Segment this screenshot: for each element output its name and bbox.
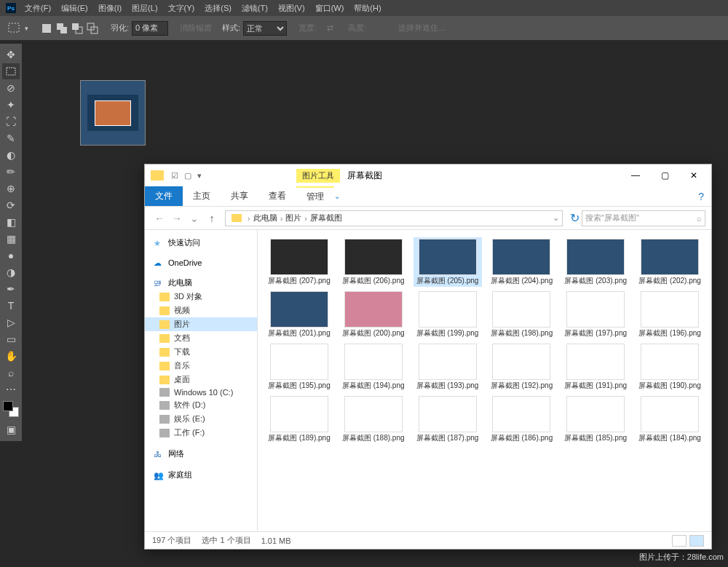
qat-folder-icon[interactable]: ▢ xyxy=(184,171,191,181)
refresh-icon[interactable]: ↻ xyxy=(567,211,582,225)
document-thumbnail[interactable] xyxy=(80,80,146,146)
file-item[interactable]: 屏幕截图 (189).png xyxy=(265,394,333,444)
color-swatch[interactable] xyxy=(3,401,19,417)
tab-home[interactable]: 主页 xyxy=(183,186,221,206)
menu-file[interactable]: 文件(F) xyxy=(25,3,51,14)
ribbon-expand-icon[interactable]: ⌄ xyxy=(334,192,340,200)
address-bar[interactable]: › 此电脑 › 图片 › 屏幕截图 ⌄ xyxy=(225,210,563,226)
file-item[interactable]: 屏幕截图 (190).png xyxy=(636,342,704,392)
subtract-selection-icon[interactable] xyxy=(71,22,84,35)
new-selection-icon[interactable] xyxy=(40,22,53,35)
sidebar-drive-e[interactable]: 娱乐 (E:) xyxy=(145,412,257,426)
file-item[interactable]: 屏幕截图 (194).png xyxy=(339,342,408,392)
tab-share[interactable]: 共享 xyxy=(221,186,258,206)
sidebar-drive-c[interactable]: Windows 10 (C:) xyxy=(145,386,257,398)
sidebar-downloads[interactable]: 下载 xyxy=(145,345,257,359)
menu-image[interactable]: 图像(I) xyxy=(98,3,122,14)
eyedropper-tool[interactable]: ✎ xyxy=(2,130,20,146)
tab-view[interactable]: 查看 xyxy=(258,186,296,206)
breadcrumb-p2[interactable]: 屏幕截图 xyxy=(310,213,342,223)
sidebar-homegroup[interactable]: 👥家庭组 xyxy=(145,468,257,482)
file-item[interactable]: 屏幕截图 (187).png xyxy=(414,394,482,444)
sidebar-quickaccess[interactable]: ★快速访问 xyxy=(145,236,257,250)
marquee-tool[interactable] xyxy=(2,63,20,79)
help-icon[interactable]: ? xyxy=(698,191,704,202)
minimize-button[interactable]: — xyxy=(621,165,650,186)
stamp-tool[interactable]: ⊕ xyxy=(2,181,20,197)
file-item[interactable]: 屏幕截图 (197).png xyxy=(561,290,630,339)
more-tools[interactable]: ⋯ xyxy=(2,381,20,397)
sidebar-documents[interactable]: 文档 xyxy=(145,331,257,345)
breadcrumb-root[interactable]: 此电脑 xyxy=(253,213,277,223)
file-item[interactable]: 屏幕截图 (186).png xyxy=(488,394,556,444)
addr-dropdown-icon[interactable]: ⌄ xyxy=(553,213,559,223)
search-input[interactable]: 搜索"屏幕截图" ⌕ xyxy=(582,210,705,226)
qat-checkbox-icon[interactable]: ☑ xyxy=(171,171,178,181)
sidebar-thispc[interactable]: 🖳此电脑 xyxy=(145,276,257,290)
menu-select[interactable]: 选择(S) xyxy=(205,3,232,14)
fg-color[interactable] xyxy=(3,401,13,411)
file-item[interactable]: 屏幕截图 (185).png xyxy=(561,394,630,444)
menu-type[interactable]: 文字(Y) xyxy=(168,3,195,14)
file-item[interactable]: 屏幕截图 (196).png xyxy=(636,290,704,339)
style-select[interactable]: 正常 xyxy=(243,21,287,36)
sidebar-videos[interactable]: 视频 xyxy=(145,304,257,317)
close-button[interactable]: ✕ xyxy=(679,165,708,186)
file-item[interactable]: 屏幕截图 (191).png xyxy=(561,342,630,392)
marquee-tool-icon[interactable] xyxy=(7,22,23,35)
menu-filter[interactable]: 滤镜(T) xyxy=(242,3,268,14)
gradient-tool[interactable]: ▦ xyxy=(2,231,20,247)
lasso-tool[interactable]: ⊘ xyxy=(2,80,20,96)
sidebar-drive-f[interactable]: 工作 (F:) xyxy=(145,426,257,440)
explorer-titlebar[interactable]: ☑ ▢ ▾ 图片工具 屏幕截图 — ▢ ✕ xyxy=(145,164,711,186)
file-item[interactable]: 屏幕截图 (193).png xyxy=(414,342,482,392)
file-item[interactable]: 屏幕截图 (192).png xyxy=(488,342,556,392)
file-item[interactable]: 屏幕截图 (195).png xyxy=(265,342,333,392)
type-tool[interactable]: T xyxy=(2,298,20,314)
maximize-button[interactable]: ▢ xyxy=(650,165,679,186)
nav-forward[interactable]: → xyxy=(168,213,186,224)
file-item[interactable]: 屏幕截图 (205).png xyxy=(414,237,482,287)
nav-up[interactable]: ↑ xyxy=(203,213,221,224)
move-tool[interactable]: ✥ xyxy=(2,47,20,63)
breadcrumb-p1[interactable]: 图片 xyxy=(285,213,301,223)
menu-edit[interactable]: 编辑(E) xyxy=(61,3,88,14)
tab-manage[interactable]: 管理 xyxy=(296,186,334,206)
file-item[interactable]: 屏幕截图 (207).png xyxy=(265,237,333,287)
pen-tool[interactable]: ✒ xyxy=(2,281,20,297)
tab-file[interactable]: 文件 xyxy=(145,186,183,206)
hand-tool[interactable]: ✋ xyxy=(2,348,20,364)
sidebar-network[interactable]: 🖧网络 xyxy=(145,447,257,461)
menu-window[interactable]: 窗口(W) xyxy=(315,3,344,14)
intersect-selection-icon[interactable] xyxy=(86,22,99,35)
feather-input[interactable] xyxy=(132,21,168,36)
qat-dropdown-icon[interactable]: ▾ xyxy=(197,171,202,181)
file-item[interactable]: 屏幕截图 (184).png xyxy=(636,394,704,444)
menu-layer[interactable]: 图层(L) xyxy=(132,3,157,14)
file-item[interactable]: 屏幕截图 (198).png xyxy=(488,290,556,339)
file-item[interactable]: 屏幕截图 (204).png xyxy=(488,237,556,287)
wand-tool[interactable]: ✦ xyxy=(2,97,20,113)
file-item[interactable]: 屏幕截图 (206).png xyxy=(339,237,408,287)
menu-view[interactable]: 视图(V) xyxy=(278,3,305,14)
view-details-button[interactable] xyxy=(672,535,687,547)
shape-tool[interactable]: ▭ xyxy=(2,331,20,347)
sidebar-desktop[interactable]: 桌面 xyxy=(145,373,257,386)
menu-help[interactable]: 帮助(H) xyxy=(354,3,381,14)
sidebar-drive-d[interactable]: 软件 (D:) xyxy=(145,398,257,412)
dodge-tool[interactable]: ◑ xyxy=(2,264,20,280)
blur-tool[interactable]: ● xyxy=(2,247,20,263)
sidebar-3dobjects[interactable]: 3D 对象 xyxy=(145,290,257,304)
history-tool[interactable]: ⟳ xyxy=(2,197,20,213)
nav-back[interactable]: ← xyxy=(151,213,168,224)
zoom-tool[interactable]: ⌕ xyxy=(2,365,20,381)
direct-tool[interactable]: ▷ xyxy=(2,314,20,330)
file-item[interactable]: 屏幕截图 (203).png xyxy=(561,237,630,287)
file-item[interactable]: 屏幕截图 (188).png xyxy=(339,394,408,444)
quickmask-tool[interactable]: ▣ xyxy=(2,421,20,437)
sidebar-pictures[interactable]: 图片 xyxy=(145,317,257,331)
eraser-tool[interactable]: ◧ xyxy=(2,214,20,230)
file-item[interactable]: 屏幕截图 (200).png xyxy=(339,290,408,339)
sidebar-music[interactable]: 音乐 xyxy=(145,359,257,373)
file-item[interactable]: 屏幕截图 (202).png xyxy=(636,237,704,287)
